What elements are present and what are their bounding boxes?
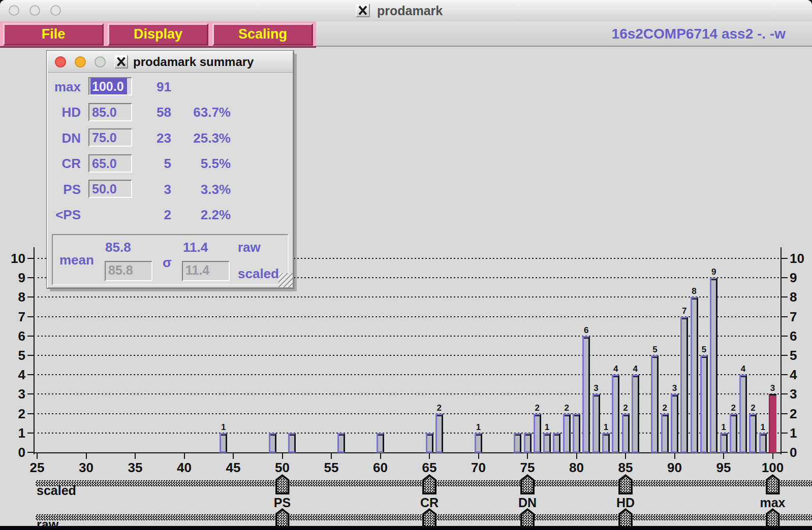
raw-marker-CR-fill [424, 511, 434, 526]
x-axis-label-25: 25 [22, 460, 52, 476]
y-tick-right-3 [780, 393, 788, 394]
y-axis-label-left-8: 8 [2, 289, 25, 305]
y-tick-right-8 [780, 296, 788, 297]
y-axis-right [780, 247, 782, 454]
x-axis-label-40: 40 [169, 460, 200, 476]
bar-mark-81 [582, 336, 590, 453]
count-cr: 5 [133, 156, 171, 172]
gridline-y7 [38, 316, 779, 317]
bar-count-label-84: 4 [606, 364, 626, 374]
dialog-resize-grip[interactable] [278, 273, 293, 287]
cutoff-field-dn[interactable]: 75.0 [88, 128, 132, 147]
y-axis-label-right-3: 3 [790, 386, 812, 402]
bar-mark-86 [632, 375, 639, 453]
y-axis-label-left-2: 2 [2, 406, 25, 422]
gridline-y4 [38, 374, 779, 375]
x-tick-95 [723, 453, 724, 459]
dialog-close-button[interactable] [55, 56, 66, 68]
y-axis-label-right-1: 1 [790, 425, 812, 441]
bar-mark-78 [553, 433, 560, 453]
dialog-minimize-button[interactable] [75, 56, 86, 68]
y-axis-label-right-6: 6 [790, 328, 812, 344]
bar-mark-89 [661, 414, 669, 453]
y-tick-right-10 [780, 258, 788, 259]
bar-mark-93 [700, 355, 708, 453]
scaled-track-label: scaled [37, 483, 76, 498]
scaled-marker-DN-fill [522, 477, 533, 492]
raw-row-label: raw [238, 240, 261, 255]
bar-mark-74 [514, 433, 521, 453]
gridline-y8 [38, 296, 779, 297]
scaled-marker-label-PS: PS [265, 495, 300, 510]
y-axis-label-right-2: 2 [790, 406, 812, 422]
scaled-marker-CR-fill [424, 477, 434, 492]
scaled-marker-label-HD: HD [608, 495, 643, 510]
y-axis-label-left-4: 4 [2, 367, 25, 383]
count-lt-ps: 2 [133, 207, 171, 223]
x-tick-35 [135, 453, 136, 459]
bar-mark-92 [691, 297, 698, 453]
x-tick-75 [527, 453, 528, 459]
count-dn: 23 [133, 130, 171, 146]
bar-mark-97 [739, 375, 747, 453]
x-tick-70 [478, 453, 479, 459]
y-axis-label-left-3: 3 [2, 386, 25, 402]
bar-mark-79 [563, 414, 571, 453]
mean-raw-value: 85.8 [105, 240, 131, 255]
cutoff-field-max[interactable]: 100.0 [88, 77, 132, 95]
bar-mark-84 [612, 375, 619, 453]
y-tick-right-2 [780, 413, 788, 414]
x-axis-label-70: 70 [463, 460, 494, 476]
dialog-title: prodamark summary [133, 52, 254, 72]
pct-cr: 5.5% [177, 156, 231, 172]
bar-count-label-94: 9 [704, 267, 724, 277]
y-axis-label-left-7: 7 [2, 309, 25, 325]
cutoff-label-dn: DN [49, 130, 81, 146]
y-tick-right-4 [780, 374, 788, 375]
bar-mark-76 [534, 414, 541, 453]
x-axis-label-75: 75 [512, 460, 543, 476]
pct-ps: 3.3% [177, 182, 231, 197]
cutoff-label-cr: CR [49, 156, 81, 172]
dialog-zoom-button[interactable] [95, 56, 106, 68]
x-tick-80 [576, 453, 577, 459]
dialog-titlebar: prodamark summary [48, 52, 293, 73]
cutoff-field-ps[interactable]: 50.0 [88, 180, 132, 198]
bar-count-label-81: 6 [576, 325, 597, 336]
x-axis [34, 452, 782, 453]
bar-count-label-79: 2 [556, 403, 577, 413]
bar-count-label-88: 5 [645, 345, 665, 355]
scaled-marker-label-DN: DN [510, 495, 545, 510]
app-window: prodamark FileDisplayScaling 16s2COMP671… [0, 0, 812, 530]
y-axis-label-right-7: 7 [790, 309, 812, 325]
x-axis-label-55: 55 [316, 460, 347, 476]
scaled-marker-label-max: max [755, 495, 791, 510]
y-axis-left [34, 247, 35, 454]
y-tick-right-9 [780, 277, 788, 278]
bar-count-label-44: 1 [213, 422, 234, 433]
y-axis-label-right-0: 0 [790, 445, 812, 460]
sigma-label: σ [163, 255, 172, 271]
pct-lt-ps: 2.2% [177, 207, 231, 223]
sigma-scaled-field[interactable]: 11.4 [182, 261, 230, 281]
scaled-marker-PS-fill [277, 477, 288, 492]
bar-mark-49 [269, 433, 276, 453]
bar-mark-98 [749, 414, 757, 453]
bar-mark-51 [288, 433, 296, 453]
bar-mark-95 [720, 433, 728, 453]
x-tick-60 [380, 453, 381, 459]
x-tick-85 [625, 453, 626, 459]
bar-mark-90 [671, 394, 678, 453]
bar-mark-100 [769, 394, 776, 453]
bar-count-label-98: 2 [743, 403, 763, 413]
y-axis-label-left-9: 9 [2, 270, 25, 286]
mean-scaled-field[interactable]: 85.8 [105, 261, 152, 281]
y-axis-label-left-0: 0 [2, 445, 25, 460]
cutoff-field-cr[interactable]: 65.0 [88, 154, 132, 173]
cutoff-field-hd[interactable]: 85.0 [88, 103, 132, 121]
y-axis-label-left-5: 5 [2, 348, 25, 363]
y-axis-label-right-9: 9 [790, 270, 812, 286]
bar-mark-83 [602, 433, 610, 453]
count-ps: 3 [133, 182, 171, 197]
scaled-row-label: scaled [238, 266, 279, 282]
